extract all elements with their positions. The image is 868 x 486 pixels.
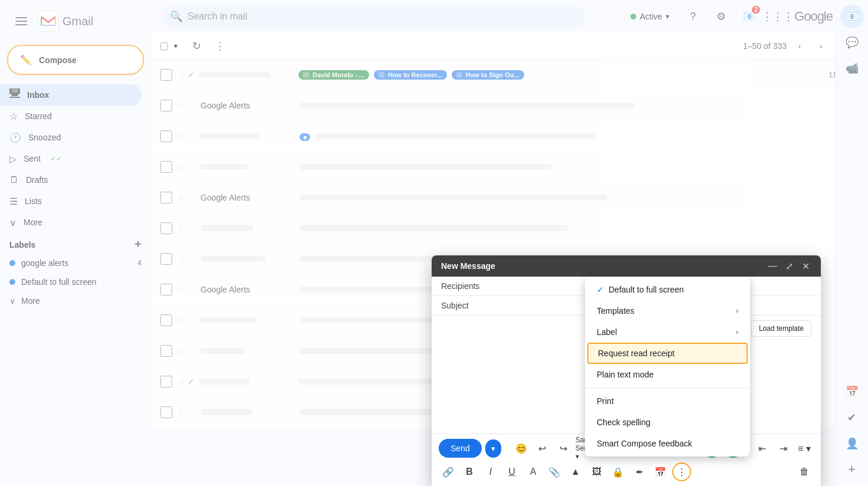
compose-bold-button[interactable]: B bbox=[460, 462, 479, 481]
menu-item-print[interactable]: Print bbox=[585, 390, 750, 412]
submenu-arrow-icon: › bbox=[736, 307, 738, 315]
compose-calendar-button[interactable]: 📅 bbox=[651, 462, 670, 481]
submenu-arrow-icon: › bbox=[736, 328, 738, 336]
menu-item-smart-compose[interactable]: Smart Compose feedback bbox=[585, 433, 750, 454]
menu-item-check-spelling[interactable]: Check spelling bbox=[585, 412, 750, 433]
compose-outdent-button[interactable]: ⇥ bbox=[774, 439, 793, 458]
subject-label: Subject bbox=[441, 301, 469, 310]
compose-photo-button[interactable]: 🖼 bbox=[587, 462, 606, 481]
compose-underline-button[interactable]: U bbox=[502, 462, 521, 481]
menu-item-label: Request read receipt bbox=[598, 349, 675, 358]
recipients-label: Recipients bbox=[441, 281, 479, 291]
menu-item-plain-text[interactable]: Plain text mode bbox=[585, 364, 750, 385]
menu-item-label: Label bbox=[597, 327, 617, 337]
compose-more-button[interactable]: ⋮ bbox=[672, 462, 691, 481]
context-menu: ✓ Default to full screen Templates › Lab… bbox=[585, 277, 750, 457]
compose-undo-button[interactable]: ↩ bbox=[533, 439, 552, 458]
compose-header-actions: — ⤢ ✕ bbox=[767, 260, 811, 272]
compose-redo-button[interactable]: ↪ bbox=[554, 439, 573, 458]
compose-italic-button[interactable]: I bbox=[481, 462, 500, 481]
compose-header[interactable]: New Message — ⤢ ✕ bbox=[432, 255, 821, 277]
compose-toolbar-bottom: 🔗 B I U A 📎 ▲ 🖼 🔒 ✒ 📅 ⋮ 🗑 bbox=[432, 462, 821, 486]
compose-color-button[interactable]: A bbox=[524, 462, 542, 481]
send-label: Send bbox=[451, 444, 470, 453]
compose-lock-button[interactable]: 🔒 bbox=[609, 462, 627, 481]
minimize-button[interactable]: — bbox=[767, 260, 778, 272]
menu-item-label: Plain text mode bbox=[597, 370, 654, 379]
compose-attach-button[interactable]: 📎 bbox=[545, 462, 564, 481]
compose-link-button[interactable]: 🔗 bbox=[439, 462, 458, 481]
compose-signature-button[interactable]: ✒ bbox=[630, 462, 649, 481]
compose-indent-button[interactable]: ⇤ bbox=[752, 439, 771, 458]
send-button[interactable]: Send bbox=[439, 439, 482, 458]
close-button[interactable]: ✕ bbox=[800, 260, 811, 272]
menu-item-request-read-receipt[interactable]: Request read receipt bbox=[587, 343, 748, 364]
compose-title: New Message bbox=[441, 261, 495, 271]
menu-item-label: Print bbox=[597, 396, 614, 406]
send-dropdown-button[interactable]: ▾ bbox=[485, 439, 501, 458]
menu-item-label: Templates bbox=[597, 306, 634, 316]
compose-delete-button[interactable]: 🗑 bbox=[795, 462, 814, 481]
expand-button[interactable]: ⤢ bbox=[783, 260, 795, 272]
compose-drive-button[interactable]: ▲ bbox=[566, 462, 585, 481]
menu-item-label: Smart Compose feedback bbox=[597, 439, 692, 448]
menu-item-label: Default to full screen bbox=[609, 285, 684, 294]
menu-item-label[interactable]: Label › bbox=[585, 321, 750, 343]
checkmark-icon: ✓ bbox=[597, 285, 604, 294]
compose-emoji-button[interactable]: 😊 bbox=[512, 439, 531, 458]
menu-item-label: Check spelling bbox=[597, 418, 650, 427]
menu-item-templates[interactable]: Templates › bbox=[585, 300, 750, 321]
load-template-button[interactable]: Load template bbox=[751, 320, 811, 337]
menu-item-default-fullscreen[interactable]: ✓ Default to full screen bbox=[585, 279, 750, 300]
compose-format-button[interactable]: ≡ ▾ bbox=[795, 439, 814, 458]
menu-divider bbox=[585, 388, 750, 388]
